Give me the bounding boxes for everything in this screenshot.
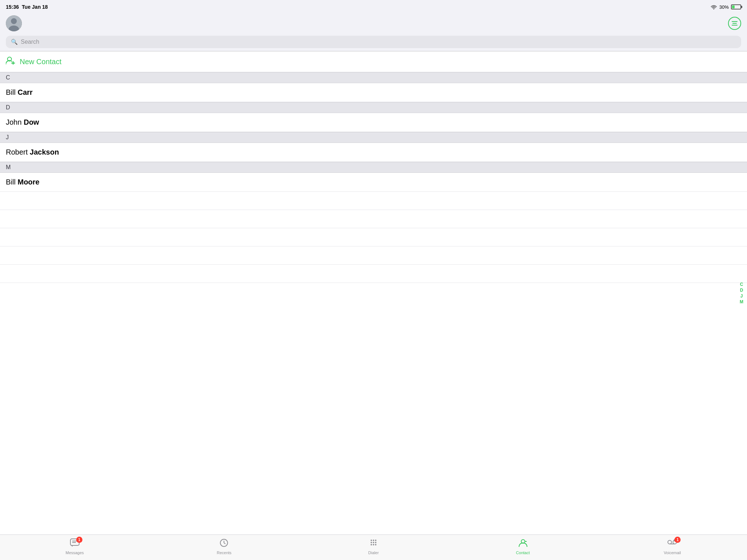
contact-row[interactable]: Bill Carr [0, 83, 747, 102]
contact-last-name: Moore [18, 178, 39, 186]
dialer-icon [369, 538, 378, 547]
svg-line-11 [224, 543, 225, 544]
search-icon: 🔍 [11, 39, 18, 45]
section-header-D: D [0, 102, 747, 113]
status-date: Tue Jan 18 [22, 4, 48, 10]
svg-point-18 [371, 544, 372, 545]
header [0, 13, 747, 34]
sections-container: CBill CarrDJohn DowJRobert JacksonMBill … [0, 72, 747, 192]
wifi-icon [711, 5, 717, 9]
battery-fill [732, 5, 735, 8]
tab-contact[interactable]: Contact [448, 538, 598, 556]
contact-row[interactable]: Robert Jackson [0, 143, 747, 162]
empty-row-2 [0, 210, 747, 228]
status-bar: 15:36 Tue Jan 18 30% [0, 0, 747, 13]
voicemail-tab-icon: 1 [667, 538, 678, 549]
tab-messages[interactable]: 1 Messages [0, 538, 150, 556]
status-indicators: 30% [711, 4, 741, 10]
add-person-icon [6, 57, 15, 65]
new-contact-button[interactable]: New Contact [0, 51, 747, 72]
alpha-M[interactable]: M [740, 300, 743, 304]
svg-point-13 [373, 540, 374, 541]
search-container: 🔍 [0, 34, 747, 51]
contact-row[interactable]: John Dow [0, 113, 747, 132]
recents-tab-icon [220, 538, 228, 549]
tab-messages-label: Messages [66, 551, 84, 555]
contact-icon [518, 538, 528, 547]
menu-icon [732, 21, 738, 26]
battery-percent: 30% [719, 4, 729, 10]
tab-messages-badge: 1 [76, 537, 82, 543]
svg-point-23 [668, 540, 671, 544]
svg-point-12 [371, 540, 372, 541]
alpha-D[interactable]: D [740, 288, 743, 292]
svg-point-1 [11, 18, 17, 24]
svg-point-17 [375, 542, 376, 543]
tab-contact-label: Contact [516, 551, 530, 555]
new-contact-icon [6, 57, 15, 67]
recents-icon [220, 538, 228, 547]
empty-row-1 [0, 192, 747, 210]
tab-bar: 1 Messages Recents Dialer Contact [0, 534, 747, 560]
avatar-svg [6, 15, 22, 31]
battery-icon [731, 4, 741, 9]
svg-point-19 [373, 544, 374, 545]
avatar[interactable] [6, 15, 22, 31]
contact-last-name: Jackson [30, 148, 59, 156]
contact-last-name: Carr [18, 88, 32, 97]
contact-row[interactable]: Bill Moore [0, 173, 747, 192]
tab-voicemail-label: Voicemail [664, 551, 681, 555]
tab-recents[interactable]: Recents [150, 538, 299, 556]
avatar-image [6, 15, 22, 31]
search-input[interactable] [21, 39, 736, 45]
new-contact-label: New Contact [20, 58, 62, 66]
contact-first-name: Robert [6, 148, 30, 156]
contact-tab-icon [518, 538, 528, 549]
section-header-C: C [0, 72, 747, 83]
tab-voicemail[interactable]: 1 Voicemail [597, 538, 747, 556]
tab-recents-label: Recents [217, 551, 231, 555]
menu-button[interactable] [728, 17, 741, 30]
tab-dialer-label: Dialer [368, 551, 379, 555]
svg-point-15 [371, 542, 372, 543]
tab-voicemail-badge: 1 [674, 537, 681, 543]
tab-dialer[interactable]: Dialer [299, 538, 448, 556]
contact-first-name: Bill [6, 178, 18, 186]
status-time-date: 15:36 Tue Jan 18 [6, 4, 48, 10]
svg-point-14 [375, 540, 376, 541]
contact-first-name: Bill [6, 88, 18, 97]
svg-point-20 [375, 544, 376, 545]
search-bar[interactable]: 🔍 [6, 36, 741, 48]
svg-point-16 [373, 542, 374, 543]
messages-tab-icon: 1 [70, 538, 80, 549]
contacts-list: New Contact CBill CarrDJohn DowJRobert J… [0, 51, 747, 534]
status-time: 15:36 [6, 4, 19, 10]
alpha-index: CDJM [740, 282, 743, 304]
dialer-tab-icon [369, 538, 378, 549]
empty-row-3 [0, 228, 747, 246]
alpha-J[interactable]: J [740, 294, 743, 298]
section-header-J: J [0, 132, 747, 143]
contact-first-name: John [6, 118, 24, 127]
alpha-C[interactable]: C [740, 282, 743, 287]
empty-row-5 [0, 265, 747, 283]
empty-row-4 [0, 246, 747, 265]
contact-last-name: Dow [24, 118, 39, 127]
section-header-M: M [0, 162, 747, 173]
